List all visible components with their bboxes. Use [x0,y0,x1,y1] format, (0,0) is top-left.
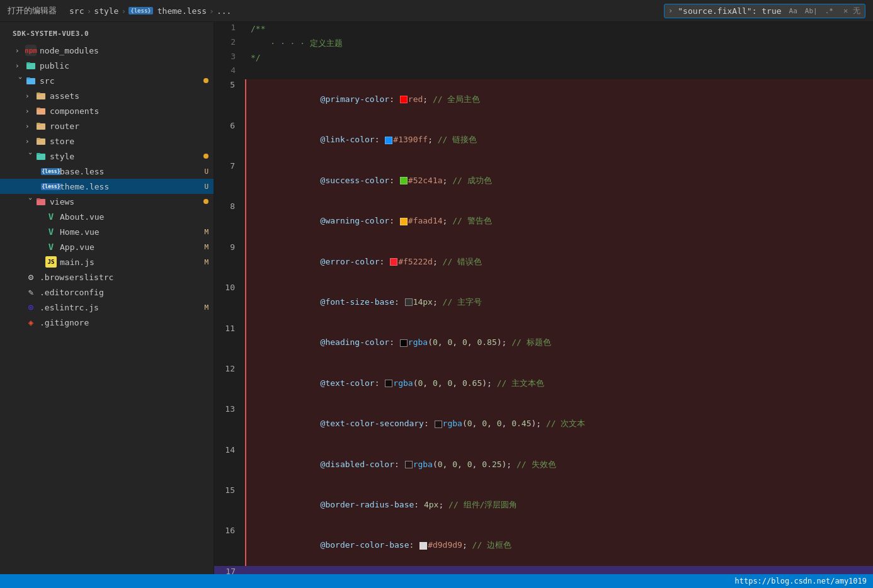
search-arrow: › [668,6,673,15]
sidebar-item-router[interactable]: › router [0,118,214,133]
table-row: 16 @border-color-base: #d9d9d9; // 边框色 [214,525,873,565]
sidebar-item-label: .editorconfig [40,288,214,297]
sidebar-item-label: Home.vue [60,227,204,237]
modified-dot [203,199,208,204]
line-content: @text-color-secondary: rgba(0, 0, 0, 0.4… [246,404,873,444]
sidebar-root-label: SDK-SYSTEM-VUE3.0 [0,22,214,43]
line-content: @disabled-color: rgba(0, 0, 0, 0.25); //… [246,444,873,485]
sidebar-item-label: store [50,137,214,146]
line-content: · · · · 定义主题 [246,37,873,51]
line-number: 13 [214,404,246,444]
sidebar-item-about-vue[interactable]: › V About.vue [0,209,214,224]
breadcrumb-style: style [94,6,118,16]
sidebar-item-main-js[interactable]: › JS main.js M [0,254,214,269]
code-container[interactable]: 1 /** 2 · · · · 定义主题 3 */ [214,22,873,574]
modified-badge: M [204,258,208,266]
sidebar-item-label: base.less [60,167,204,176]
line-content: @success-color: #52c41a; // 成功色 [246,161,873,201]
search-close-button[interactable]: ✕ [843,6,848,15]
vue-icon: V [45,241,57,252]
search-bar[interactable]: › "source.fixAll": true Aa Ab| .* ✕ 无 [664,4,865,18]
chevron-right-icon: › [25,137,35,145]
table-row: 14 @disabled-color: rgba(0, 0, 0, 0.25);… [214,444,873,485]
table-row: 8 @warning-color: #faad14; // 警告色 [214,201,873,241]
table-row: 2 · · · · 定义主题 [214,37,873,51]
sidebar-item-label: .eslintrc.js [40,303,204,312]
folder-views-icon [35,196,47,207]
sidebar-item-home-vue[interactable]: › V Home.vue M [0,224,214,239]
line-number: 2 [214,37,246,51]
sidebar-item-base-less[interactable]: › {less} base.less U [0,164,214,179]
sidebar-item-label: About.vue [60,212,214,222]
folder-style-icon [35,150,47,162]
sidebar-item-store[interactable]: › store [0,133,214,149]
modified-badge: M [204,243,208,251]
line-content: @primary-color: red; // 全局主色 [246,79,873,120]
svg-rect-11 [37,138,40,140]
line-number: 5 [214,79,246,120]
chevron-down-icon: › [16,76,25,86]
status-url: https://blog.csdn.net/amy1019 [734,577,867,585]
line-number: 9 [214,242,246,282]
modified-badge: M [204,303,208,312]
sidebar-item-public[interactable]: › public [0,58,214,73]
line-number: 7 [214,161,246,201]
line-number: 8 [214,201,246,241]
sidebar-item-browserslistrc[interactable]: › ⚙ .browserslistrc [0,269,214,285]
sidebar-item-theme-less[interactable]: › {less} theme.less U [0,179,214,194]
line-number: 15 [214,485,246,525]
line-content: @error-color: #f5222d; // 错误色 [246,242,873,282]
chevron-right-icon: › [15,47,25,55]
sidebar-item-style[interactable]: › style [0,149,214,164]
folder-public-icon [25,60,37,71]
sidebar-item-label: src [40,76,203,86]
line-content: @font-size-base: 14px; // 主字号 [246,282,873,322]
sidebar-item-gitignore[interactable]: › ◈ .gitignore [0,315,214,330]
table-row: 13 @text-color-secondary: rgba(0, 0, 0, … [214,404,873,444]
sidebar-item-label: node_modules [40,46,214,55]
chevron-right-icon: › [25,122,35,130]
folder-assets-icon [35,90,47,101]
search-option-ab[interactable]: Ab| [802,6,820,16]
chevron-right-icon: › [25,107,35,115]
sidebar-item-src[interactable]: › src [0,73,214,88]
eslint-icon: ⊙ [25,302,37,313]
search-options: Aa Ab| .* [787,6,836,16]
folder-src-icon [25,75,37,86]
sidebar-item-label: .browserslistrc [40,273,214,282]
sidebar-item-views[interactable]: › views [0,194,214,209]
modified-badge: U [204,167,208,176]
svg-rect-5 [37,93,40,94]
sidebar-item-components[interactable]: › components [0,103,214,118]
table-row: 6 @link-color: #1390ff; // 链接色 [214,120,873,161]
editor-area: 1 /** 2 · · · · 定义主题 3 */ [214,22,873,574]
table-row: 4 [214,65,873,79]
open-editors-label: 打开的编辑器 [8,5,57,16]
line-content: @link-color: #1390ff; // 链接色 [246,120,873,161]
table-row: 3 */ [214,51,873,65]
breadcrumb-src: src [69,6,84,16]
sidebar-item-label: App.vue [60,242,204,252]
modified-dot [203,154,208,159]
table-row: 9 @error-color: #f5222d; // 错误色 [214,242,873,282]
chevron-right-icon: › [25,92,35,100]
sidebar-item-editorconfig[interactable]: › ✎ .editorconfig [0,285,214,300]
search-option-aa[interactable]: Aa [787,6,800,16]
breadcrumb-sep1: › [86,6,91,16]
breadcrumb-less-icon: {less} [128,7,153,14]
sidebar-item-assets[interactable]: › assets [0,88,214,103]
line-content: */ [246,51,873,65]
sidebar-item-eslintrc[interactable]: › ⊙ .eslintrc.js M [0,300,214,315]
sidebar-item-label: public [40,61,214,71]
modified-badge: U [204,183,208,191]
vue-icon: V [45,211,57,222]
search-option-expand[interactable]: .* [823,6,836,16]
line-number: 3 [214,51,246,65]
line-content: /** [246,22,873,37]
sidebar-item-node-modules[interactable]: › npm node_modules [0,43,214,58]
folder-store-icon [35,135,47,147]
sidebar-item-app-vue[interactable]: › V App.vue M [0,239,214,254]
line-number: 17 [214,566,246,574]
folder-components-icon [35,105,47,116]
svg-rect-7 [37,108,40,110]
